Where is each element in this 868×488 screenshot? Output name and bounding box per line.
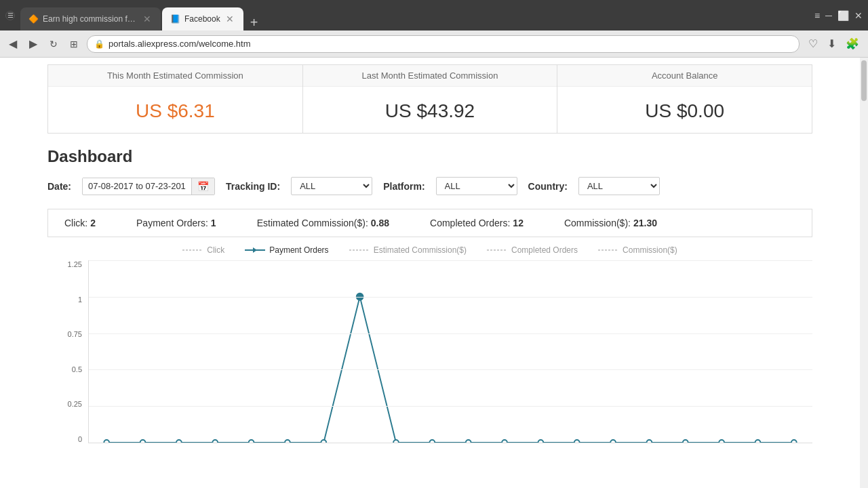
legend-commission[interactable]: Commission($)	[598, 245, 677, 255]
scrollbar-thumb[interactable]	[861, 60, 867, 101]
extensions-toolbar-icon[interactable]: 🧩	[842, 36, 863, 52]
legend-completed-orders-label: Completed Orders	[511, 245, 578, 255]
this-month-value: US $6.31	[62, 95, 289, 122]
grid-line-4	[89, 406, 812, 407]
legend-click-line	[182, 249, 203, 251]
last-month-title: Last Month Estimated Commission	[303, 65, 557, 87]
stat-commission: Commission($): 21.30	[564, 218, 657, 228]
dot-3	[212, 440, 218, 443]
this-month-title: This Month Estimated Commission	[48, 65, 302, 87]
estimated-commission-label: Estimated Commission($):	[257, 218, 368, 228]
reload-button[interactable]: ↻	[46, 37, 61, 51]
y-label-05: 0.5	[72, 365, 82, 373]
grid-button[interactable]: ⊞	[66, 37, 81, 51]
click-label: Click:	[64, 218, 87, 228]
tab-2-favicon: 📘	[170, 14, 180, 24]
commission-label: Commission($):	[564, 218, 631, 228]
menu-icon[interactable]: ☰	[5, 11, 15, 20]
address-bar[interactable]: 🔒 portals.aliexpress.com/welcome.htm	[87, 35, 800, 53]
legend-estimated-commission-label: Estimated Commission($)	[374, 245, 467, 255]
commission-value: 21.30	[633, 218, 657, 228]
dot-8	[393, 440, 399, 443]
calendar-button[interactable]: 📅	[191, 178, 214, 195]
legend-payment-orders-line	[245, 247, 265, 253]
legend-click-label: Click	[207, 245, 224, 255]
grid-line-2	[89, 333, 812, 334]
window-controls-right[interactable]: ≡ ─ ⬜ ✕	[814, 10, 863, 21]
balance-value: US $0.00	[571, 95, 798, 122]
platform-select[interactable]: ALL	[436, 177, 517, 195]
y-label-075: 0.75	[68, 330, 82, 338]
stat-estimated-commission: Estimated Commission($): 0.88	[257, 218, 389, 228]
download-icon[interactable]: ⬇	[824, 36, 840, 52]
y-label-1: 1	[78, 296, 82, 304]
tab-2-close[interactable]: ✕	[224, 14, 235, 24]
toolbar-icons: ♡ ⬇ 🧩	[805, 36, 863, 52]
dot-6	[321, 440, 326, 443]
legend-completed-orders[interactable]: Completed Orders	[487, 245, 578, 255]
svg-marker-2	[253, 247, 257, 253]
legend-estimated-commission[interactable]: Estimated Commission($)	[349, 245, 467, 255]
dot-2	[176, 440, 182, 443]
grid-line-3	[89, 369, 812, 370]
completed-orders-label: Completed Orders:	[430, 218, 510, 228]
dot-18	[755, 440, 761, 443]
y-axis-labels: 1.25 1 0.75 0.5 0.25 0	[61, 260, 85, 443]
dashboard-title: Dashboard	[47, 147, 812, 166]
date-input[interactable]	[83, 178, 191, 194]
balance-title: Account Balance	[557, 65, 812, 87]
legend-commission-label: Commission($)	[623, 245, 677, 255]
tab-2[interactable]: 📘 Facebook ✕	[162, 7, 243, 30]
tabs-bar: 🔶 Earn high commission fro... ✕ 📘 Facebo…	[20, 0, 809, 30]
payment-orders-value: 1	[211, 218, 216, 228]
estimated-commission-value: 0.88	[371, 218, 389, 228]
dot-17	[719, 440, 724, 443]
chart-legend: Click Payment Orders Estimated Commissio…	[47, 245, 812, 255]
restore-icon[interactable]: ⬜	[837, 10, 849, 21]
filters-row: Date: 📅 Tracking ID: ALL Platform: ALL C…	[47, 177, 812, 195]
dot-5	[285, 440, 290, 443]
stat-click: Click: 2	[64, 218, 96, 228]
dot-12	[538, 440, 544, 443]
address-text: portals.aliexpress.com/welcome.htm	[108, 39, 792, 49]
new-tab-button[interactable]: +	[245, 15, 264, 30]
stat-completed-orders: Completed Orders: 12	[430, 218, 524, 228]
summary-card-last-month: Last Month Estimated Commission US $43.9…	[303, 65, 558, 133]
address-bar-row: ◀ ▶ ↻ ⊞ 🔒 portals.aliexpress.com/welcome…	[0, 30, 868, 58]
payment-orders-label: Payment Orders:	[136, 218, 208, 228]
back-button[interactable]: ◀	[5, 36, 20, 52]
tab-2-title: Facebook	[184, 14, 220, 24]
grid-line-1	[89, 297, 812, 298]
tab-1-title: Earn high commission fro...	[43, 14, 138, 24]
dot-16	[683, 440, 688, 443]
window-controls[interactable]: ☰	[5, 11, 15, 20]
dot-14	[610, 440, 616, 443]
stats-bar: Click: 2 Payment Orders: 1 Estimated Com…	[47, 209, 812, 237]
chart-area	[88, 260, 812, 443]
page-content: This Month Estimated Commission US $6.31…	[0, 58, 868, 488]
tracking-id-select[interactable]: ALL	[291, 177, 372, 195]
chart-svg	[89, 260, 812, 443]
extensions-icon[interactable]: ≡	[814, 10, 820, 21]
country-select[interactable]: ALL	[578, 177, 660, 195]
legend-payment-orders-label: Payment Orders	[269, 245, 328, 255]
tab-1-close[interactable]: ✕	[142, 14, 153, 24]
summary-cards: This Month Estimated Commission US $6.31…	[47, 64, 812, 134]
tab-1[interactable]: 🔶 Earn high commission fro... ✕	[20, 7, 161, 30]
legend-click[interactable]: Click	[182, 245, 224, 255]
favorites-icon[interactable]: ♡	[805, 36, 821, 52]
lock-icon: 🔒	[94, 39, 104, 49]
date-label: Date:	[47, 181, 71, 192]
close-window-icon[interactable]: ✕	[854, 10, 863, 21]
chart-wrapper: 1.25 1 0.75 0.5 0.25 0	[61, 260, 812, 443]
legend-payment-orders[interactable]: Payment Orders	[245, 245, 328, 255]
minimize-icon[interactable]: ─	[825, 10, 832, 21]
dot-9	[429, 440, 435, 443]
scrollbar[interactable]	[860, 58, 868, 488]
forward-button[interactable]: ▶	[26, 36, 41, 52]
legend-estimated-commission-line	[349, 249, 370, 251]
browser-chrome: ☰ 🔶 Earn high commission fro... ✕ 📘 Face…	[0, 0, 868, 30]
dot-15	[647, 440, 652, 443]
date-input-wrap[interactable]: 📅	[82, 178, 215, 195]
grid-line-top	[89, 260, 812, 261]
